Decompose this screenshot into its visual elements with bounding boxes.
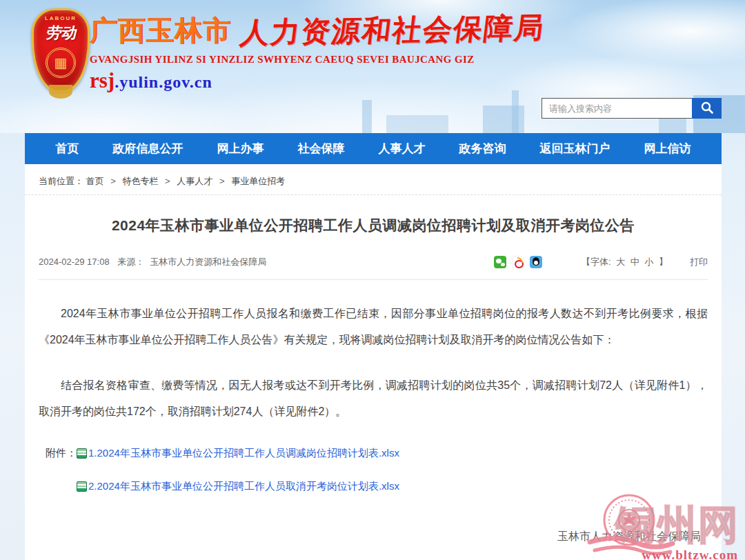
source-label: 来源： xyxy=(117,257,144,267)
paragraph: 结合报名资格审查、缴费等情况，因无人报考或达不到开考比例，调减招聘计划的岗位共3… xyxy=(39,372,708,425)
nav-item-home[interactable]: 首页 xyxy=(56,141,79,157)
search-box xyxy=(542,98,722,119)
meta-right: 【字体: 大 中 小 】 打印 xyxy=(488,256,708,268)
print-button[interactable]: 打印 xyxy=(690,256,708,268)
nav-item-consultation[interactable]: 政务咨询 xyxy=(459,141,506,157)
emblem-icon: ▦ xyxy=(46,48,76,78)
nav-item-yulin-portal[interactable]: 返回玉林门户 xyxy=(540,141,610,157)
font-size-medium[interactable]: 中 xyxy=(630,257,639,267)
city-silhouette xyxy=(512,90,519,133)
page: LABOUR 劳动 ▦ 广西玉林市 人力资源和社会保障局 GVANGJSIH Y… xyxy=(0,0,745,560)
excel-file-icon xyxy=(77,448,87,459)
logo-arc-text: LABOUR xyxy=(34,15,88,21)
source-value: 玉林市人力资源和社会保障局 xyxy=(150,257,266,267)
domain-suffix: .yulin.gov.cn xyxy=(115,73,212,91)
share-icons xyxy=(488,256,542,268)
font-size-small[interactable]: 小 xyxy=(644,257,653,267)
breadcrumb-item-home[interactable]: 首页 xyxy=(86,176,104,186)
main-nav: 首页 政府信息公开 网上办事 社会保障 人事人才 政务咨询 返回玉林门户 网上信… xyxy=(25,133,722,164)
meta-left: 2024-02-29 17:08 来源：玉林市人力资源和社会保障局 xyxy=(39,256,272,268)
nav-item-petition[interactable]: 网上信访 xyxy=(644,141,691,157)
search-input[interactable] xyxy=(542,98,692,119)
site-domain: rsj.yulin.gov.cn xyxy=(90,68,544,93)
weibo-share-icon[interactable] xyxy=(512,256,524,268)
logo-main-text: 劳动 xyxy=(34,23,88,43)
attachments: 附件： 1.2024年玉林市事业单位公开招聘工作人员调减岗位招聘计划表.xlsx… xyxy=(46,444,708,510)
attachment-link-2[interactable]: 2.2024年玉林市事业单位公开招聘工作人员取消开考岗位计划表.xlsx xyxy=(88,477,399,495)
city-silhouette xyxy=(362,100,372,133)
site-title-block: 广西玉林市 人力资源和社会保障局 GVANGJSIH YILINZ SI YIN… xyxy=(90,11,544,93)
attachment-list: 1.2024年玉林市事业单位公开招聘工作人员调减岗位招聘计划表.xlsx 2.2… xyxy=(77,444,399,510)
nav-item-hr-talent[interactable]: 人事人才 xyxy=(379,141,426,157)
site-header: LABOUR 劳动 ▦ 广西玉林市 人力资源和社会保障局 GVANGJSIH Y… xyxy=(0,0,745,133)
site-name-zhuang: GVANGJSIH YILINZ SI YINZLIZ SWHYENZ CAEU… xyxy=(90,54,544,66)
content-panel: 当前位置： 首页 > 特色专栏 > 人事人才 > 事业单位招考 2024年玉林市… xyxy=(25,164,722,560)
publish-date: 2024-02-29 17:08 xyxy=(39,257,110,267)
breadcrumb-separator: > xyxy=(165,176,170,186)
bureau-logo: LABOUR 劳动 ▦ xyxy=(32,8,90,92)
breadcrumb-separator: > xyxy=(219,176,225,186)
breadcrumb-item-special-column[interactable]: 特色专栏 xyxy=(122,176,158,186)
attachment-link-1[interactable]: 1.2024年玉林市事业单位公开招聘工作人员调减岗位招聘计划表.xlsx xyxy=(88,444,399,462)
nav-item-social-security[interactable]: 社会保障 xyxy=(298,141,345,157)
breadcrumb-item-recruitment[interactable]: 事业单位招考 xyxy=(231,176,285,186)
attachment-row: 2.2024年玉林市事业单位公开招聘工作人员取消开考岗位计划表.xlsx xyxy=(77,477,399,495)
breadcrumb-item-hr-talent[interactable]: 人事人才 xyxy=(177,176,212,186)
font-ctrl-prefix: 【字体: xyxy=(582,257,611,267)
article-meta: 2024-02-29 17:08 来源：玉林市人力资源和社会保障局 【字体: 大… xyxy=(39,256,708,268)
font-size-control: 【字体: 大 中 小 】 xyxy=(580,256,669,268)
wechat-share-icon[interactable] xyxy=(494,256,506,268)
article-title: 2024年玉林市事业单位公开招聘工作人员调减岗位招聘计划及取消开考岗位公告 xyxy=(52,216,694,235)
attachment-row: 1.2024年玉林市事业单位公开招聘工作人员调减岗位招聘计划表.xlsx xyxy=(77,444,399,462)
nav-item-online-services[interactable]: 网上办事 xyxy=(217,141,264,157)
search-button[interactable] xyxy=(692,98,722,119)
gear-icon xyxy=(49,85,72,99)
font-size-large[interactable]: 大 xyxy=(616,257,625,267)
search-icon xyxy=(700,101,714,117)
domain-prefix: rsj xyxy=(90,68,115,92)
breadcrumb-separator: > xyxy=(110,176,116,186)
nav-item-gov-info[interactable]: 政府信息公开 xyxy=(113,141,183,157)
font-ctrl-suffix: 】 xyxy=(659,257,668,267)
site-name-main: 人力资源和社会保障局 xyxy=(239,8,548,52)
meta-divider xyxy=(39,279,708,280)
excel-file-icon xyxy=(77,481,87,492)
article-body: 2024年玉林市事业单位公开招聘工作人员报名和缴费工作已结束，因部分事业单位招聘… xyxy=(39,301,708,425)
city-silhouette xyxy=(386,115,448,133)
paragraph: 2024年玉林市事业单位公开招聘工作人员报名和缴费工作已结束，因部分事业单位招聘… xyxy=(39,301,708,353)
breadcrumb: 当前位置： 首页 > 特色专栏 > 人事人才 > 事业单位招考 xyxy=(25,164,722,195)
attachments-label: 附件： xyxy=(46,444,77,510)
site-name-prefix: 广西玉林市 xyxy=(90,15,231,46)
qq-share-icon[interactable] xyxy=(530,256,542,268)
signature: 玉林市人力资源和社会保障局 xyxy=(25,530,722,544)
breadcrumb-label: 当前位置： xyxy=(39,176,83,186)
